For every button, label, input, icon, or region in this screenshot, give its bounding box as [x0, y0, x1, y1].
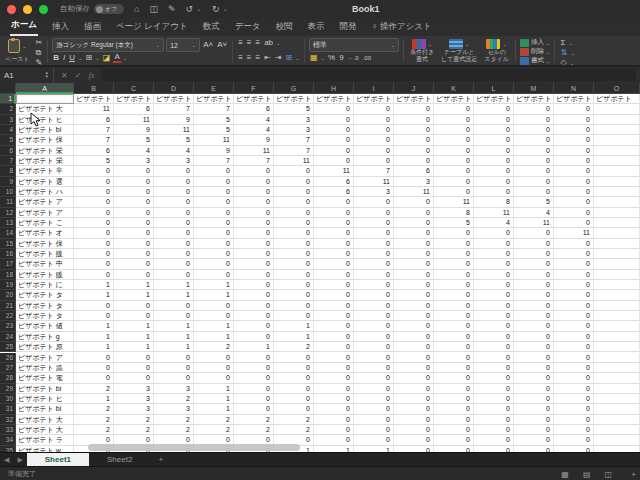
cell-A12[interactable]: ピザポテト ア: [16, 208, 74, 218]
row-header-24[interactable]: 24: [0, 332, 16, 342]
cell[interactable]: 0: [554, 146, 594, 156]
cell[interactable]: 0: [394, 197, 434, 207]
cell[interactable]: [594, 270, 640, 280]
cell[interactable]: 0: [314, 404, 354, 414]
cell-row1-col2[interactable]: ピザポテト 大: [74, 94, 114, 104]
cell[interactable]: 0: [154, 208, 194, 218]
cell-A30[interactable]: ピザポテト ヒ: [16, 394, 74, 404]
cell[interactable]: [594, 363, 640, 373]
cell[interactable]: 0: [434, 115, 474, 125]
align-right-button[interactable]: ≡: [255, 53, 262, 63]
row-header-19[interactable]: 19: [0, 280, 16, 290]
cell[interactable]: 0: [314, 197, 354, 207]
accounting-format-icon[interactable]: ▦: [309, 53, 319, 63]
cell[interactable]: 0: [194, 177, 234, 187]
cell[interactable]: 0: [234, 363, 274, 373]
cell[interactable]: 0: [154, 353, 194, 363]
row-header-6[interactable]: 6: [0, 146, 16, 156]
cell[interactable]: 1: [194, 280, 234, 290]
cell[interactable]: 0: [234, 249, 274, 259]
cell[interactable]: 2: [74, 415, 114, 425]
ribbon-tab-5[interactable]: データ: [234, 19, 262, 36]
cell[interactable]: 0: [394, 228, 434, 238]
cell[interactable]: 0: [394, 342, 434, 352]
cell[interactable]: 0: [514, 146, 554, 156]
cell[interactable]: 6: [314, 187, 354, 197]
cell[interactable]: 0: [234, 177, 274, 187]
cell[interactable]: 6: [234, 104, 274, 114]
cell[interactable]: 0: [354, 311, 394, 321]
cell[interactable]: 0: [114, 259, 154, 269]
cell[interactable]: [594, 342, 640, 352]
cell-A9[interactable]: ピザポテト 選: [16, 177, 74, 187]
row-header-26[interactable]: 26: [0, 353, 16, 363]
row-header-34[interactable]: 34: [0, 435, 16, 445]
cell[interactable]: 2: [74, 425, 114, 435]
cell[interactable]: 4: [234, 115, 274, 125]
cell[interactable]: 0: [434, 404, 474, 414]
cell[interactable]: 0: [274, 187, 314, 197]
row-header-27[interactable]: 27: [0, 363, 16, 373]
cell[interactable]: 0: [514, 332, 554, 342]
cell[interactable]: 5: [194, 125, 234, 135]
cell[interactable]: 11: [74, 104, 114, 114]
row-header-20[interactable]: 20: [0, 290, 16, 300]
cell[interactable]: 0: [274, 301, 314, 311]
cell[interactable]: 7: [194, 156, 234, 166]
cell[interactable]: 0: [234, 218, 274, 228]
cell[interactable]: 5: [274, 104, 314, 114]
cell-A25[interactable]: ピザポテト 原: [16, 342, 74, 352]
ribbon-tab-2[interactable]: 描画: [83, 19, 102, 36]
cell[interactable]: 0: [394, 259, 434, 269]
cell[interactable]: 0: [74, 311, 114, 321]
cell[interactable]: 0: [394, 208, 434, 218]
cell[interactable]: 4: [154, 146, 194, 156]
col-header-B[interactable]: B: [74, 83, 114, 94]
cell[interactable]: 1: [114, 332, 154, 342]
cell[interactable]: 0: [434, 435, 474, 445]
cell[interactable]: 0: [554, 156, 594, 166]
align-left-button[interactable]: ≡: [237, 53, 244, 63]
cell[interactable]: 0: [434, 104, 474, 114]
row-header-5[interactable]: 5: [0, 135, 16, 145]
cell[interactable]: 0: [474, 177, 514, 187]
cell[interactable]: 2: [154, 415, 194, 425]
cell[interactable]: 5: [514, 197, 554, 207]
cell[interactable]: 0: [74, 249, 114, 259]
cell[interactable]: [594, 404, 640, 414]
cell[interactable]: 0: [474, 435, 514, 445]
cell[interactable]: 0: [394, 363, 434, 373]
cell[interactable]: 0: [554, 166, 594, 176]
cell[interactable]: 0: [514, 394, 554, 404]
cell[interactable]: 0: [234, 280, 274, 290]
cell[interactable]: 0: [234, 394, 274, 404]
cell[interactable]: 0: [314, 301, 354, 311]
cell[interactable]: 3: [154, 384, 194, 394]
cell[interactable]: [594, 177, 640, 187]
sheet-tab-Sheet2[interactable]: Sheet2: [89, 453, 150, 467]
cell[interactable]: [594, 166, 640, 176]
cell[interactable]: 11: [474, 208, 514, 218]
cell[interactable]: 0: [314, 311, 354, 321]
cell[interactable]: 0: [354, 218, 394, 228]
cell[interactable]: 0: [354, 342, 394, 352]
cell[interactable]: 0: [474, 425, 514, 435]
col-header-G[interactable]: G: [274, 83, 314, 94]
cell[interactable]: 1: [154, 332, 194, 342]
cell[interactable]: 0: [394, 384, 434, 394]
cell[interactable]: 6: [394, 166, 434, 176]
cell[interactable]: 11: [314, 166, 354, 176]
cell-A2[interactable]: ピザポテト 大: [16, 104, 74, 114]
cell[interactable]: 2: [154, 425, 194, 435]
cell[interactable]: 0: [354, 290, 394, 300]
cell-row1-col3[interactable]: ピザポテト ヒ: [114, 94, 154, 104]
col-header-I[interactable]: I: [354, 83, 394, 94]
cell-A1[interactable]: [16, 94, 74, 104]
number-format-select[interactable]: 標準 ⌄: [309, 38, 399, 52]
cell[interactable]: 2: [274, 342, 314, 352]
cell[interactable]: 0: [194, 228, 234, 238]
cell[interactable]: 1: [154, 280, 194, 290]
cell[interactable]: 0: [434, 301, 474, 311]
cell-A29[interactable]: ピザポテト bi: [16, 384, 74, 394]
cell[interactable]: 0: [234, 353, 274, 363]
